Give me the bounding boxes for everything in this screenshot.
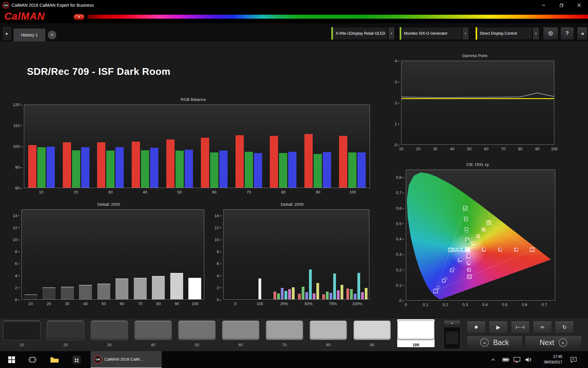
hidden-icons-button[interactable] <box>488 351 499 368</box>
settings-button[interactable]: ⚙ <box>543 27 558 40</box>
x-axis-label: 20 <box>416 147 420 151</box>
add-tab-button[interactable]: + <box>48 31 56 39</box>
swatch-40[interactable]: 40 <box>134 319 172 347</box>
source-dropdown-arrow[interactable]: ▼ <box>462 27 469 40</box>
taskbar-clock[interactable]: 17:45 06/03/2017 <box>535 351 562 368</box>
battery-tray-icon[interactable] <box>500 351 511 368</box>
bar-green <box>175 151 184 188</box>
restore-button[interactable] <box>552 0 570 10</box>
deltae-saturation-chart: DeltaE 2000 02468101214010025%50%75%100% <box>211 202 373 309</box>
right-panel-toggle-button[interactable]: ◀ <box>577 27 587 40</box>
back-button[interactable]: « Back <box>467 335 522 350</box>
bar-group-0 <box>224 210 248 299</box>
bar-blue <box>254 153 262 188</box>
y-axis-label: 80 <box>12 186 22 190</box>
swatch-90[interactable]: 90 <box>353 319 391 347</box>
y-axis-label: 0.2 <box>394 267 404 272</box>
bar-green <box>245 152 253 188</box>
x-axis-label: 70 <box>138 301 142 306</box>
deltae-bar-60 <box>115 278 128 299</box>
deltae-bar-80 <box>152 276 165 299</box>
x-axis-label: 0.3 <box>462 302 468 307</box>
bar-red <box>304 134 313 188</box>
next-button[interactable]: Next » <box>525 335 582 350</box>
loop-button[interactable]: ↻ <box>555 321 574 334</box>
gamma-lines <box>401 61 554 144</box>
file-explorer-button[interactable] <box>45 351 64 368</box>
x-axis-label: 40 <box>450 147 454 151</box>
deltae-saturation-plot-wrap: 02468101214010025%50%75%100% <box>223 209 369 300</box>
cie-points <box>406 170 555 300</box>
deltae-color-bar <box>365 288 368 299</box>
deltae-bar-100 <box>188 278 201 299</box>
start-button[interactable] <box>2 351 21 368</box>
pattern-window-up-button[interactable]: ▲ <box>444 320 460 326</box>
y-axis-label: 110 <box>12 123 22 128</box>
layout-area: SDR/Rec 709 - ISF Dark Room RGB Balance … <box>0 41 588 317</box>
x-axis-label: 90 <box>175 301 179 306</box>
bar-group-50 <box>95 210 113 299</box>
source-dropdown[interactable]: Murideo SIX-G Generator <box>400 27 462 40</box>
field-button[interactable]: ⊢⊣ <box>511 321 530 334</box>
minimize-icon <box>542 3 545 7</box>
back-chevron-icon: « <box>480 338 489 347</box>
x-axis-label: 100 <box>256 301 263 306</box>
action-center-button[interactable] <box>566 351 581 368</box>
close-icon <box>577 3 581 7</box>
bar-group-70 <box>131 210 149 299</box>
swatch-tile-90 <box>353 320 391 340</box>
pinned-app-icon[interactable] <box>67 351 86 368</box>
workflow-panel-toggle-button[interactable]: ▶ <box>3 27 11 40</box>
help-button[interactable]: ? <box>560 27 574 40</box>
bar-green <box>141 150 149 188</box>
bar-group-50% <box>296 210 321 299</box>
swatch-label: 60 <box>222 343 259 347</box>
tab-history-1[interactable]: History 1 <box>13 29 45 41</box>
play-button[interactable]: ▶ <box>489 321 508 334</box>
x-axis-label: 100 <box>349 190 356 194</box>
swatch-60[interactable]: 60 <box>222 319 259 347</box>
network-tray-icon[interactable]: ✕ <box>511 351 522 368</box>
swatch-tile-100 <box>397 320 435 340</box>
swatch-30[interactable]: 30 <box>91 319 128 347</box>
meter-dropdown[interactable]: X-Rite i1Display Retail OLED <box>331 27 388 40</box>
swatch-50[interactable]: 50 <box>178 319 216 347</box>
x-axis-label: 0 <box>405 302 407 307</box>
display-control-dropdown[interactable]: Direct Display Control <box>476 27 533 40</box>
swatch-80[interactable]: 80 <box>310 319 347 347</box>
meter-dropdown-arrow[interactable]: ▼ <box>388 27 395 40</box>
calman-taskbar-button[interactable]: CM CalMAN 2016 CalM... <box>91 351 162 368</box>
stop-button[interactable]: ■ <box>467 321 486 334</box>
swatch-70[interactable]: 70 <box>266 319 303 347</box>
volume-tray-icon[interactable] <box>523 351 534 368</box>
help-icon: ? <box>566 30 569 36</box>
bar-group-20 <box>40 210 58 299</box>
bar-group-60 <box>113 210 131 299</box>
window-controls <box>535 0 588 10</box>
x-axis-label: 90 <box>535 147 539 151</box>
display-control-dropdown-arrow[interactable]: ▼ <box>533 27 539 40</box>
y-axis-label: 12 <box>9 225 20 230</box>
y-axis-label: 4 <box>211 273 221 278</box>
y-axis-label: 0 <box>389 143 399 147</box>
close-button[interactable] <box>570 0 588 10</box>
calman-window: CM CalMAN 2016 CalMAN Expert for Busines… <box>0 0 588 368</box>
swatch-10[interactable]: 10 <box>3 319 40 347</box>
swatch-label: 80 <box>310 343 347 347</box>
swatch-20[interactable]: 20 <box>47 319 84 347</box>
minimize-button[interactable] <box>535 0 552 10</box>
continuous-button[interactable]: ∞ <box>533 321 552 334</box>
pattern-preview-tile[interactable] <box>444 327 460 349</box>
bar-blue <box>357 152 366 188</box>
deltae-color-bar <box>316 283 319 299</box>
swatch-100[interactable]: 100 <box>397 319 435 347</box>
deltae-color-bar <box>281 288 284 299</box>
y-axis-label: 0.6 <box>394 206 404 210</box>
x-axis-label: 20 <box>47 301 51 306</box>
y-axis-label: 120 <box>12 102 22 107</box>
task-view-button[interactable] <box>23 351 42 368</box>
y-axis-label: 2 <box>389 101 399 105</box>
swatch-tile-30 <box>91 320 128 340</box>
windows-taskbar: CM CalMAN 2016 CalM... ✕ <box>0 351 588 368</box>
main-menu-button[interactable]: ▼ <box>74 14 85 20</box>
